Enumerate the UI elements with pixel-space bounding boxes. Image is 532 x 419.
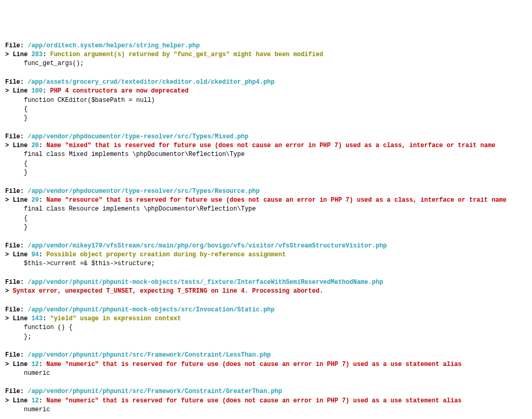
lint-message: Name "numeric" that is reserved for futu… (46, 397, 461, 404)
colon: : (43, 87, 50, 95)
message-line: > Line 12: Name "numeric" that is reserv… (5, 397, 527, 405)
colon: : (43, 51, 50, 58)
colon: : (39, 251, 46, 258)
colon: : (39, 197, 46, 204)
file-label: File: (5, 388, 28, 395)
lint-message: Name "numeric" that is reserved for futu… (46, 361, 461, 368)
lint-entry: File: /app/vendor/phpunit/phpunit-mock-o… (5, 278, 527, 296)
file-line: File: /app/vendor/phpdocumentor/type-res… (5, 133, 527, 141)
lint-entry: File: /app/orditech.system/helpers/strin… (5, 42, 527, 69)
file-label: File: (5, 242, 28, 250)
message-line: > Line 100: PHP 4 constructors are now d… (5, 87, 527, 96)
code-snippet-line: { (5, 105, 527, 114)
message-line: > Line 20: Name "resource" that is reser… (5, 196, 527, 205)
lint-entry: File: /app/vendor/mikey179/vfsStream/src… (5, 242, 527, 269)
line-label: Line (9, 142, 31, 149)
code-snippet-line: } (5, 114, 527, 123)
code-snippet-line: function CKEditor($basePath = null) (5, 96, 527, 105)
file-path: /app/assets/grocery_crud/texteditor/cked… (28, 78, 274, 86)
file-path: /app/vendor/phpunit/phpunit-mock-objects… (28, 279, 383, 286)
lint-entry: File: /app/vendor/phpunit/phpunit-mock-o… (5, 306, 527, 342)
file-path: /app/vendor/mikey179/vfsStream/src/main/… (28, 242, 387, 250)
code-snippet-line: } (5, 168, 527, 177)
line-number: 143 (31, 315, 43, 322)
lint-message: Name "mixed" that is reserved for future… (46, 142, 495, 149)
line-label: Line (9, 197, 31, 204)
file-label: File: (5, 188, 28, 195)
code-snippet-line: }; (5, 333, 527, 342)
line-label: Line (9, 315, 31, 322)
file-label: File: (5, 306, 28, 313)
code-snippet-line: { (5, 214, 527, 223)
message-line: > Line 143: "yield" usage in expression … (5, 315, 527, 323)
file-path: /app/vendor/phpunit/phpunit-mock-objects… (28, 306, 274, 313)
lint-entry: File: /app/vendor/phpdocumentor/type-res… (5, 133, 527, 178)
code-snippet-line: { (5, 160, 527, 168)
line-label: Line (9, 251, 31, 258)
line-number: 20 (31, 142, 38, 149)
colon: : (43, 315, 50, 322)
line-label: Line (9, 397, 31, 404)
line-number: 100 (31, 87, 43, 95)
lint-entry: File: /app/vendor/phpunit/phpunit/src/Fr… (5, 387, 527, 414)
file-path: /app/vendor/phpdocumentor/type-resolver/… (28, 133, 248, 140)
code-snippet-line: function () { (5, 323, 527, 332)
file-path: /app/vendor/phpunit/phpunit/src/Framewor… (28, 351, 271, 359)
message-line: > Line 12: Name "numeric" that is reserv… (5, 360, 527, 369)
lint-message: PHP 4 constructors are now deprecated (50, 87, 188, 95)
lint-report: File: /app/orditech.system/helpers/strin… (5, 42, 527, 419)
code-snippet-line: $this->current =& $this->structure; (5, 259, 527, 268)
line-label: Line (9, 87, 31, 95)
file-line: File: /app/orditech.system/helpers/strin… (5, 42, 527, 50)
line-label: Line (9, 51, 31, 58)
message-line: > Line 20: Name "mixed" that is reserved… (5, 141, 527, 150)
file-label: File: (5, 78, 28, 86)
file-line: File: /app/assets/grocery_crud/textedito… (5, 78, 527, 87)
file-line: File: /app/vendor/phpunit/phpunit-mock-o… (5, 278, 527, 287)
file-line: File: /app/vendor/mikey179/vfsStream/src… (5, 242, 527, 251)
code-snippet-line: numeric (5, 369, 527, 378)
file-line: File: /app/vendor/phpunit/phpunit/src/Fr… (5, 351, 527, 360)
file-label: File: (5, 42, 28, 49)
file-path: /app/orditech.system/helpers/string_help… (28, 42, 200, 49)
lint-entry: File: /app/vendor/phpdocumentor/type-res… (5, 187, 527, 232)
message-line: > Line 94: Possible object property crea… (5, 251, 527, 259)
code-snippet-line: } (5, 223, 527, 232)
code-snippet-line: final class Resource implements \phpDocu… (5, 205, 527, 214)
colon: : (39, 142, 46, 149)
lint-entry: File: /app/assets/grocery_crud/textedito… (5, 78, 527, 123)
file-line: File: /app/vendor/phpunit/phpunit/src/Fr… (5, 387, 527, 396)
file-label: File: (5, 351, 28, 359)
code-snippet-line: final class Mixed implements \phpDocumen… (5, 150, 527, 159)
file-path: /app/vendor/phpdocumentor/type-resolver/… (28, 188, 259, 195)
colon: : (39, 361, 46, 368)
code-snippet-line: func_get_args(); (5, 59, 527, 68)
lint-message: "yield" usage in expression context (50, 315, 181, 322)
code-snippet-line: numeric (5, 405, 527, 414)
lint-entry: File: /app/vendor/phpunit/phpunit/src/Fr… (5, 351, 527, 378)
line-label: Line (9, 361, 31, 368)
file-label: File: (5, 133, 28, 140)
lint-message: Syntax error, unexpected T_UNSET, expect… (12, 287, 323, 295)
line-number: 20 (31, 197, 38, 204)
line-number: 12 (31, 361, 38, 368)
lint-message: Possible object property creation during… (46, 251, 286, 258)
message-line: > Line 283: Function argument(s) returne… (5, 50, 527, 59)
file-line: File: /app/vendor/phpdocumentor/type-res… (5, 187, 527, 196)
file-line: File: /app/vendor/phpunit/phpunit-mock-o… (5, 306, 527, 315)
file-path: /app/vendor/phpunit/phpunit/src/Framewor… (28, 388, 282, 395)
lint-message: Function argument(s) returned by "func_g… (50, 51, 323, 58)
lint-message: Name "resource" that is reserved for fut… (46, 197, 507, 204)
line-number: 12 (31, 397, 38, 404)
message-line: > Syntax error, unexpected T_UNSET, expe… (5, 287, 527, 296)
line-number: 94 (31, 251, 38, 258)
file-label: File: (5, 279, 28, 286)
colon: : (39, 397, 46, 404)
line-number: 283 (31, 51, 43, 58)
